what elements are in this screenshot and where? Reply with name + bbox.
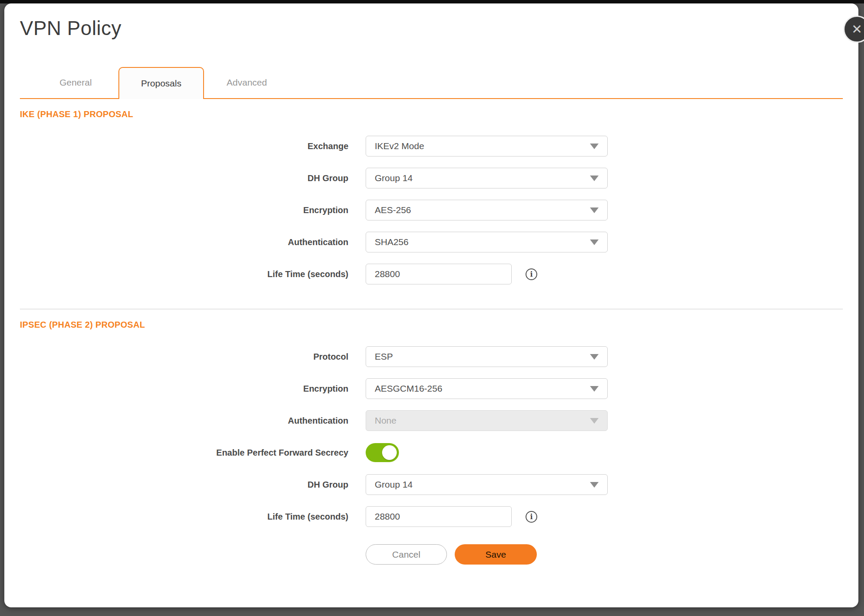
field-label: Encryption bbox=[20, 384, 366, 394]
info-icon[interactable]: i bbox=[526, 511, 537, 523]
encryption-dropdown[interactable]: AESGCM16-256 bbox=[366, 378, 608, 399]
tab-general[interactable]: General bbox=[33, 67, 118, 98]
dropdown-value: ESP bbox=[375, 351, 590, 362]
dropdown-value: Group 14 bbox=[375, 173, 590, 183]
chevron-down-icon bbox=[590, 144, 599, 149]
field-label: Protocol bbox=[20, 352, 366, 362]
form-row: DH Group Group 14 bbox=[20, 474, 843, 495]
toggle-knob bbox=[382, 445, 397, 460]
dropdown-value: AES-256 bbox=[375, 205, 590, 215]
form-row: Enable Perfect Forward Secrecy bbox=[20, 442, 843, 463]
form-row: Exchange IKEv2 Mode bbox=[20, 136, 843, 156]
form-row: Protocol ESP bbox=[20, 346, 843, 367]
form-row: Authentication None bbox=[20, 410, 843, 431]
field-label: Enable Perfect Forward Secrecy bbox=[20, 448, 366, 458]
dropdown-value: Group 14 bbox=[375, 479, 590, 490]
chevron-down-icon bbox=[590, 354, 599, 360]
enable-perfect-forward-secrecy-toggle[interactable] bbox=[366, 443, 399, 462]
field-label: Authentication bbox=[20, 416, 366, 426]
authentication-dropdown: None bbox=[366, 410, 608, 431]
dropdown-value: None bbox=[375, 415, 590, 426]
form-row: Encryption AESGCM16-256 bbox=[20, 378, 843, 399]
chevron-down-icon bbox=[590, 176, 599, 181]
dropdown-value: IKEv2 Mode bbox=[375, 141, 590, 151]
chevron-down-icon bbox=[590, 386, 599, 392]
tab-bar: General Proposals Advanced bbox=[20, 67, 843, 99]
field-label: Authentication bbox=[20, 237, 366, 247]
chevron-down-icon bbox=[590, 418, 599, 424]
form-row: Life Time (seconds) i bbox=[20, 506, 843, 527]
field-label: DH Group bbox=[20, 173, 366, 183]
dh-group-dropdown[interactable]: Group 14 bbox=[366, 474, 608, 495]
chevron-down-icon bbox=[590, 207, 599, 213]
section-rows: Exchange IKEv2 Mode DH Group Group 14 En… bbox=[20, 136, 843, 284]
cancel-button[interactable]: Cancel bbox=[366, 544, 447, 565]
info-icon[interactable]: i bbox=[526, 268, 537, 280]
field-label: Life Time (seconds) bbox=[20, 512, 366, 522]
life-time-seconds-input[interactable] bbox=[366, 506, 512, 527]
field-label: Encryption bbox=[20, 205, 366, 215]
dropdown-value: SHA256 bbox=[375, 237, 590, 247]
save-button[interactable]: Save bbox=[455, 544, 537, 565]
field-label: DH Group bbox=[20, 480, 366, 490]
dropdown-value: AESGCM16-256 bbox=[375, 383, 590, 394]
form-row: Encryption AES-256 bbox=[20, 200, 843, 220]
section-heading: IPSEC (PHASE 2) PROPOSAL bbox=[20, 320, 843, 330]
close-icon: ✕ bbox=[851, 23, 862, 36]
exchange-dropdown[interactable]: IKEv2 Mode bbox=[366, 136, 608, 156]
encryption-dropdown[interactable]: AES-256 bbox=[366, 200, 608, 220]
form-row: Authentication SHA256 bbox=[20, 232, 843, 252]
dialog-title: VPN Policy bbox=[20, 16, 843, 40]
form-sections: IKE (PHASE 1) PROPOSAL Exchange IKEv2 Mo… bbox=[20, 109, 843, 527]
section-rows: Protocol ESP Encryption AESGCM16-256 Aut… bbox=[20, 346, 843, 527]
dh-group-dropdown[interactable]: Group 14 bbox=[366, 168, 608, 188]
page-top-strip bbox=[0, 0, 864, 3]
form-row: Life Time (seconds) i bbox=[20, 264, 843, 284]
form-row: DH Group Group 14 bbox=[20, 168, 843, 188]
section-divider bbox=[20, 309, 843, 310]
section-heading: IKE (PHASE 1) PROPOSAL bbox=[20, 109, 843, 119]
tab-proposals[interactable]: Proposals bbox=[118, 67, 204, 99]
life-time-seconds-input[interactable] bbox=[366, 264, 512, 284]
tab-advanced[interactable]: Advanced bbox=[204, 67, 290, 98]
chevron-down-icon bbox=[590, 239, 599, 245]
action-button-row: Cancel Save bbox=[366, 544, 843, 565]
chevron-down-icon bbox=[590, 482, 599, 488]
vpn-policy-dialog: VPN Policy General Proposals Advanced IK… bbox=[4, 3, 858, 607]
field-label: Life Time (seconds) bbox=[20, 269, 366, 279]
field-label: Exchange bbox=[20, 141, 366, 151]
protocol-dropdown[interactable]: ESP bbox=[366, 346, 608, 367]
authentication-dropdown[interactable]: SHA256 bbox=[366, 232, 608, 252]
